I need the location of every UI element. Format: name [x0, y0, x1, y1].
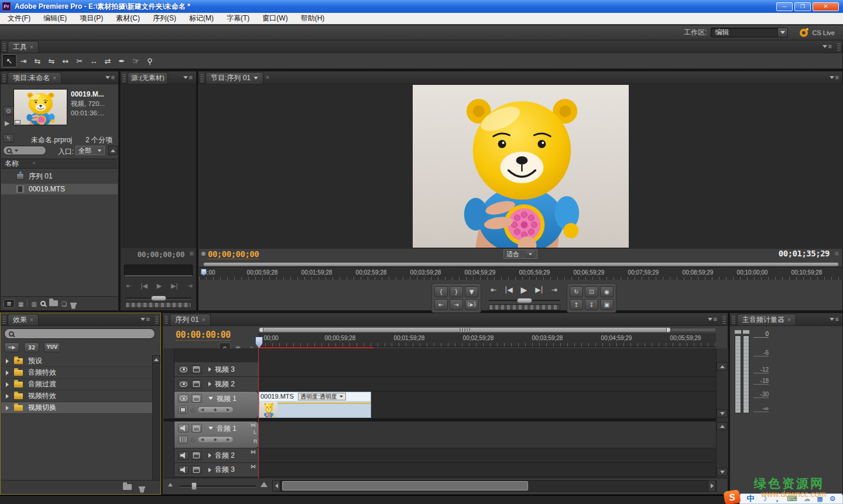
menu-window[interactable]: 窗口(W) [256, 13, 294, 24]
step-back-button[interactable]: |◀ [502, 286, 516, 294]
source-scrub-bar[interactable] [124, 265, 193, 276]
expand-icon[interactable] [6, 394, 9, 399]
tab-effects[interactable]: 效果 × [8, 314, 39, 325]
effects-folder-video-transitions[interactable]: 视频切换 [1, 402, 152, 414]
clip-thumbnail[interactable] [13, 89, 67, 125]
panel-grip[interactable] [200, 74, 204, 83]
go-to-next-edit-button[interactable]: ⇥ [547, 286, 561, 294]
play-button[interactable]: ▶ [517, 285, 531, 294]
panel-grip[interactable] [837, 43, 841, 52]
go-to-in-button[interactable]: ⇤ [122, 282, 136, 290]
effects-folder-video-effects[interactable]: 视频特效 [1, 390, 152, 402]
zoom-tool-button[interactable]: ⚲ [143, 54, 157, 67]
razor-tool-button[interactable]: ✂ [73, 54, 87, 67]
add-remove-keyframe-button[interactable]: ◆ [214, 437, 217, 442]
panel-menu-icon[interactable]: ≡ [830, 316, 842, 325]
close-tab-icon[interactable]: × [266, 74, 269, 81]
collapse-track-icon[interactable] [208, 427, 213, 430]
audio-track-1-lane[interactable] [258, 421, 716, 448]
clip-effect-dropdown[interactable]: 透明度:透明度 [298, 393, 346, 400]
program-timecode-current[interactable]: 00;00;00;00 [208, 249, 259, 259]
sync-lock-button[interactable] [191, 451, 202, 460]
panel-grip[interactable] [2, 43, 6, 52]
new-custom-bin-button[interactable] [123, 484, 132, 490]
work-area-grip[interactable] [460, 328, 470, 331]
toggle-track-output-button[interactable] [178, 424, 189, 433]
shuttle-thumb[interactable] [151, 296, 166, 301]
panel-grip[interactable] [122, 74, 126, 83]
sync-lock-button[interactable] [191, 380, 202, 389]
close-tab-icon[interactable]: × [202, 317, 205, 323]
work-area-bar[interactable] [259, 327, 671, 332]
fit-icon[interactable]: ⊞ [189, 251, 194, 256]
set-display-style-button[interactable] [178, 406, 188, 414]
work-area-track[interactable] [671, 328, 716, 332]
source-zoom-bar[interactable] [125, 302, 191, 308]
delete-custom-item-button[interactable] [139, 486, 145, 488]
new-item-button[interactable]: ❏ [61, 298, 67, 308]
scroll-up-button[interactable] [108, 146, 118, 155]
chevron-down-icon[interactable] [253, 77, 258, 80]
menu-title[interactable]: 字幕(T) [220, 13, 256, 24]
zoom-in-button[interactable] [261, 482, 268, 487]
tab-tools[interactable]: 工具 × [8, 41, 39, 53]
set-display-style-button[interactable] [178, 436, 188, 444]
entry-select[interactable]: 全部 [76, 146, 105, 155]
panel-menu-icon[interactable]: ≡ [708, 316, 721, 325]
step-forward-button[interactable]: ▶| [167, 282, 181, 290]
panel-menu-icon[interactable]: ≡ [830, 74, 842, 84]
mark-out-button[interactable]: } [450, 286, 463, 297]
hscroll-left-button[interactable] [272, 480, 280, 492]
sync-lock-button[interactable] [191, 365, 202, 374]
go-to-out-button[interactable]: ⇥ [450, 299, 463, 310]
toggle-track-output-button[interactable] [178, 451, 189, 460]
timeline-timecode[interactable]: 00:00:00:00 [176, 330, 231, 341]
expand-track-icon[interactable] [208, 367, 211, 372]
keyframe-navigator[interactable]: ◀ ◆ ▶ [197, 406, 234, 413]
tab-project[interactable]: 项目:未命名 × [8, 72, 61, 84]
bit-depth-filter-button[interactable]: 32 [24, 342, 39, 352]
track-header-audio-2[interactable]: 音频 2 [174, 448, 258, 463]
track-header-audio-3[interactable]: 音频 3 [174, 463, 258, 477]
output-button[interactable]: ◉ [600, 286, 614, 297]
collapse-track-icon[interactable] [208, 397, 213, 400]
toggle-track-output-button[interactable] [178, 380, 189, 389]
search-input[interactable] [3, 146, 46, 155]
tab-program[interactable]: 节目:序列 01 [205, 72, 263, 84]
play-in-to-out-button[interactable]: {▶} [465, 299, 478, 310]
up-one-level-button[interactable]: ↰ [3, 134, 14, 143]
timeline-clip-00019[interactable]: 00019.MTS 透明度:透明度 [259, 392, 371, 418]
effects-folder-audio-effects[interactable]: 音频特效 [1, 367, 152, 379]
fit-icon[interactable]: ⊞ [834, 251, 839, 256]
marker-menu-icon[interactable] [201, 252, 205, 256]
panel-menu-icon[interactable]: ≡ [823, 43, 835, 53]
track-header-video-1[interactable]: 视频 1 [174, 392, 258, 419]
video-track-2-lane[interactable] [258, 377, 716, 392]
panel-grip[interactable] [732, 316, 735, 324]
menu-file[interactable]: 文件(F) [1, 13, 37, 24]
menu-project[interactable]: 项目(P) [73, 13, 109, 24]
menu-edit[interactable]: 编辑(E) [37, 13, 73, 24]
step-back-button[interactable]: |◀ [137, 282, 151, 290]
zoom-level-select[interactable]: 适合 [503, 249, 537, 259]
delete-button[interactable] [70, 303, 77, 304]
next-keyframe-button[interactable]: ▶ [227, 437, 229, 442]
loop-button[interactable]: ↻ [570, 286, 583, 297]
video-track-3-lane[interactable] [258, 362, 716, 377]
panel-grip[interactable] [165, 316, 168, 324]
pen-tool-button[interactable]: ✒ [115, 54, 129, 67]
panel-grip[interactable] [2, 316, 6, 324]
ime-chinese-mode-button[interactable]: 中 [746, 493, 754, 504]
list-item-sequence[interactable]: 序列 01 [1, 171, 118, 181]
show-keyframes-button[interactable]: ◇ [190, 437, 195, 443]
panel-menu-icon[interactable]: ≡ [140, 316, 153, 325]
close-tab-icon[interactable]: × [30, 317, 33, 323]
source-timecode[interactable]: 00;00;00;00 [137, 250, 184, 259]
shuttle-thumb[interactable] [517, 298, 532, 303]
accelerated-effects-filter-button[interactable]: ≡▶ [4, 342, 19, 352]
lift-button[interactable]: ↥ [570, 299, 583, 310]
add-remove-keyframe-button[interactable]: ◆ [214, 407, 217, 412]
audio-scroll-up-button[interactable] [717, 422, 728, 430]
expand-icon[interactable] [6, 406, 9, 410]
toggle-track-output-button[interactable] [178, 394, 189, 403]
